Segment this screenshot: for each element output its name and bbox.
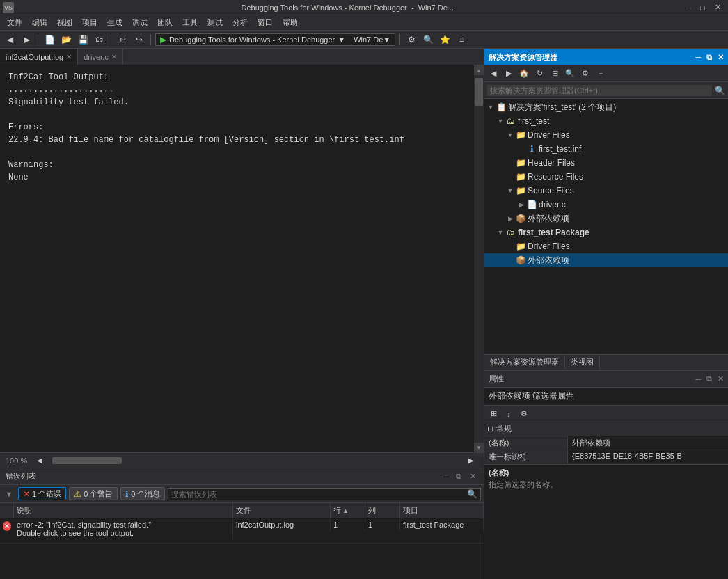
menu-project[interactable]: 项目: [78, 16, 102, 29]
toolbar-open-btn[interactable]: 📂: [59, 33, 73, 47]
solution-search-input[interactable]: [487, 85, 712, 96]
sol-back-btn[interactable]: ◀: [487, 68, 500, 80]
warning-label: 个警告: [90, 489, 113, 499]
tree-item-pkg-driver-files[interactable]: 📁 Driver Files: [484, 239, 728, 253]
panel-float-btn[interactable]: ⧉: [453, 471, 464, 482]
sol-minus-btn[interactable]: －: [594, 68, 607, 80]
sol-tab-class[interactable]: 类视图: [565, 356, 600, 369]
sol-refresh-btn[interactable]: ↻: [533, 68, 546, 80]
menu-tools[interactable]: 工具: [178, 16, 202, 29]
editor-vertical-scrollbar[interactable]: ▲ ▼: [474, 65, 484, 452]
props-sort-btn[interactable]: ↕: [503, 408, 515, 420]
sol-float-btn[interactable]: ⧉: [706, 53, 712, 62]
zoom-increase-btn[interactable]: ▶: [464, 454, 478, 468]
zoom-decrease-btn[interactable]: ◀: [33, 454, 47, 468]
menu-edit[interactable]: 编辑: [28, 16, 52, 29]
maximize-button[interactable]: □: [696, 3, 709, 12]
tree-item-driver-files[interactable]: ▼ 📁 Driver Files: [484, 128, 728, 142]
toolbar-extra-btn3[interactable]: ⭐: [438, 33, 452, 47]
toolbar-fwd-btn[interactable]: ▶: [19, 33, 33, 47]
tree-item-ext-deps1[interactable]: ▶ 📦 外部依赖项: [484, 212, 728, 225]
menu-analyze[interactable]: 分析: [228, 16, 252, 29]
scroll-track[interactable]: [474, 75, 484, 443]
props-grid-btn[interactable]: ⊞: [487, 408, 500, 420]
menu-build[interactable]: 生成: [103, 16, 127, 29]
h-scroll-thumb[interactable]: [52, 457, 122, 464]
folder-icon: 📁: [515, 158, 526, 168]
menu-test[interactable]: 测试: [203, 16, 227, 29]
props-float-btn[interactable]: ⧉: [706, 374, 712, 383]
error-search-icon[interactable]: 🔍: [467, 489, 477, 499]
menu-window[interactable]: 窗口: [253, 16, 277, 29]
scroll-up-btn[interactable]: ▲: [474, 65, 484, 75]
scroll-thumb[interactable]: [475, 78, 483, 106]
sol-settings-btn[interactable]: ⚙: [579, 68, 592, 80]
props-close-btn[interactable]: ✕: [718, 374, 724, 383]
solution-search-icon[interactable]: 🔍: [715, 86, 725, 95]
table-row[interactable]: ✕ error -2: "Inf2Cat, signability test f…: [0, 518, 484, 544]
error-badge-messages[interactable]: ℹ 0 个消息: [120, 487, 165, 500]
tab-close-icon[interactable]: ✕: [111, 53, 117, 61]
toolbar-extra-btn2[interactable]: 🔍: [421, 33, 435, 47]
toolbar-back-btn[interactable]: ◀: [3, 33, 17, 47]
tab-label: driver.c: [84, 53, 108, 61]
solution-explorer-toolbar: ◀ ▶ 🏠 ↻ ⊟ 🔍 ⚙ －: [484, 65, 728, 82]
tree-item-driverc[interactable]: ▶ 📄 driver.c: [484, 198, 728, 212]
right-panel: 解决方案资源管理器 ─ ⧉ ✕ ◀ ▶ 🏠 ↻ ⊟ 🔍 ⚙ － 🔍: [484, 49, 728, 579]
toolbar-undo-btn[interactable]: ↩: [116, 33, 129, 47]
toolbar-extra-btn1[interactable]: ⚙: [404, 33, 418, 47]
sol-pin-btn[interactable]: ─: [695, 53, 701, 61]
tree-item-header-files[interactable]: 📁 Header Files: [484, 156, 728, 170]
col-header-col: 列: [365, 503, 400, 518]
props-settings-btn[interactable]: ⚙: [518, 408, 530, 420]
props-row-name: (名称) 外部依赖项: [484, 436, 728, 450]
sol-fwd-btn[interactable]: ▶: [503, 68, 515, 80]
tree-item-source-files[interactable]: ▼ 📁 Source Files: [484, 184, 728, 198]
tree-item-inf[interactable]: ℹ first_test.inf: [484, 142, 728, 156]
sol-tab-explorer[interactable]: 解决方案资源管理器: [484, 356, 565, 369]
folder-icon: 📁: [515, 186, 526, 196]
tree-item-project1[interactable]: ▼ 🗂 first_test: [484, 114, 728, 128]
toolbar-extra-btn4[interactable]: ≡: [454, 33, 468, 47]
tree-item-resource-files[interactable]: 📁 Resource Files: [484, 170, 728, 184]
sol-filter-btn[interactable]: 🔍: [564, 68, 576, 80]
debug-config: ▶ Debugging Tools for Windows - Kernel D…: [155, 33, 395, 46]
editor-horizontal-scrollbar[interactable]: [52, 457, 459, 465]
menu-bar: 文件 编辑 视图 项目 生成 调试 团队 工具 测试 分析 窗口 帮助: [0, 15, 728, 31]
menu-team[interactable]: 团队: [153, 16, 177, 29]
tree-item-solution[interactable]: ▼ 📋 解决方案'first_test' (2 个项目): [484, 100, 728, 114]
error-search-input[interactable]: [171, 490, 467, 498]
toolbar-save-all-btn[interactable]: 🗂: [93, 33, 106, 47]
filter-button[interactable]: ▼: [3, 488, 15, 500]
panel-pin-btn[interactable]: ─: [439, 471, 450, 482]
menu-debug[interactable]: 调试: [128, 16, 152, 29]
minimize-button[interactable]: ─: [681, 3, 695, 12]
tab-inf2catoutput[interactable]: inf2catOutput.log ✕: [0, 49, 78, 65]
toolbar-save-btn[interactable]: 💾: [76, 33, 90, 47]
menu-view[interactable]: 视图: [53, 16, 77, 29]
close-button[interactable]: ✕: [711, 3, 725, 12]
menu-help[interactable]: 帮助: [278, 16, 302, 29]
solution-explorer-title-bar: 解决方案资源管理器 ─ ⧉ ✕: [484, 49, 728, 65]
app-icon: VS: [3, 2, 14, 13]
tab-close-icon[interactable]: ✕: [66, 53, 72, 61]
scroll-down-btn[interactable]: ▼: [474, 443, 484, 452]
tree-item-pkg-ext-deps[interactable]: 📦 外部依赖项: [484, 253, 728, 267]
tree-item-project2[interactable]: ▼ 🗂 first_test Package: [484, 225, 728, 239]
error-badge-warnings[interactable]: ⚠ 0 个警告: [69, 487, 118, 500]
title-bar-controls: ─ □ ✕: [681, 3, 725, 12]
menu-file[interactable]: 文件: [3, 16, 26, 29]
props-val-name: 外部依赖项: [568, 436, 728, 450]
toolbar-new-btn[interactable]: 📄: [42, 33, 56, 47]
error-row-col: 1: [365, 518, 400, 531]
error-panel: 错误列表 ─ ⧉ ✕ ▼ ✕ 1 个错误 ⚠ 0 个警告: [0, 468, 484, 579]
tree-label: Source Files: [528, 186, 574, 196]
sol-collapse-btn[interactable]: ⊟: [548, 68, 561, 80]
tab-driverc[interactable]: driver.c ✕: [78, 49, 122, 65]
props-pin-btn[interactable]: ─: [695, 375, 701, 383]
toolbar-redo-btn[interactable]: ↪: [132, 33, 146, 47]
panel-close-btn[interactable]: ✕: [467, 471, 478, 482]
error-badge-errors[interactable]: ✕ 1 个错误: [18, 487, 66, 500]
sol-home-btn[interactable]: 🏠: [518, 68, 530, 80]
sol-close-btn[interactable]: ✕: [718, 53, 724, 62]
